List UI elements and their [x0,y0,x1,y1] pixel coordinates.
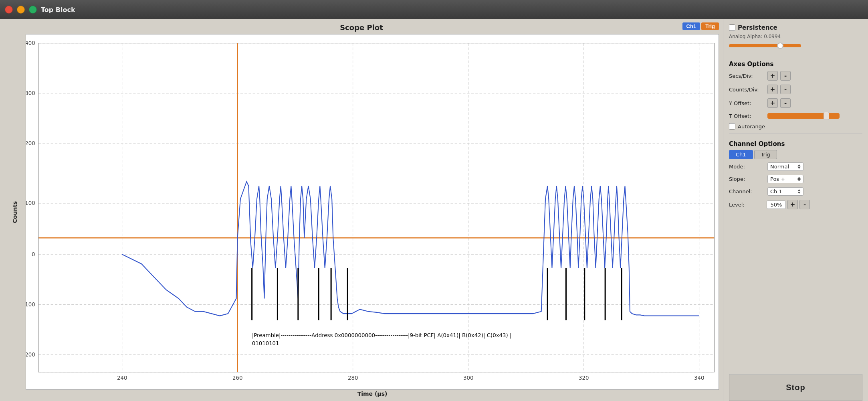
svg-text:400: 400 [26,40,35,46]
slope-row: Slope: Pos + [729,175,862,183]
mode-label: Mode: [729,164,765,170]
trig-tab[interactable]: Trig [754,150,777,159]
y-axis-label: Counts [12,201,18,223]
svg-text:280: 280 [348,375,358,381]
mode-row: Mode: Normal [729,162,862,171]
secs-div-minus[interactable]: - [780,71,791,81]
level-value: 50% [767,200,786,209]
secs-div-row: Secs/Div: + - [729,71,862,81]
close-button[interactable] [5,6,13,14]
counts-div-label: Counts/Div: [729,87,765,93]
y-offset-minus[interactable]: - [780,98,791,108]
legend-buttons: Ch1 Trig [682,22,719,30]
autorange-checkbox[interactable] [729,123,735,130]
counts-div-minus[interactable]: - [780,85,791,94]
scope-title: Scope Plot [340,23,383,32]
ch1-tab[interactable]: Ch1 [729,150,753,159]
secs-div-label: Secs/Div: [729,73,765,79]
autorange-row: Autorange [729,123,862,130]
x-axis-label: Time (μs) [357,391,388,397]
window-title: Top Block [41,6,75,14]
svg-text:-200: -200 [26,351,35,358]
channel-label: Channel: [729,188,765,194]
minimize-button[interactable] [17,6,25,14]
counts-div-plus[interactable]: + [767,85,778,94]
t-offset-row: T Offset: [729,112,862,120]
persistence-label: Persistence [738,24,777,31]
level-row: Level: 50% + - [729,200,862,209]
svg-text:-100: -100 [26,301,35,307]
svg-text:100: 100 [26,200,35,206]
svg-text:320: 320 [579,375,589,381]
channel-tabs: Ch1 Trig [729,150,862,159]
svg-text:240: 240 [117,375,127,381]
svg-text:0: 0 [32,251,35,257]
slope-dropdown[interactable]: Pos + [767,175,803,183]
persistence-checkbox[interactable] [729,24,735,31]
maximize-button[interactable] [29,6,37,14]
level-minus[interactable]: - [799,200,810,209]
t-offset-slider[interactable] [767,112,840,120]
analog-alpha-slider[interactable] [729,42,801,50]
svg-text:300: 300 [463,375,474,381]
autorange-label: Autorange [738,124,765,130]
svg-text:01010101: 01010101 [252,340,279,346]
level-plus[interactable]: + [787,200,798,209]
svg-text:340: 340 [694,375,704,381]
stop-button[interactable]: Stop [729,374,862,401]
channel-row: Channel: Ch 1 [729,187,862,196]
persistence-row: Persistence [729,24,862,31]
slope-label: Slope: [729,176,765,182]
svg-text:200: 200 [26,140,35,146]
channel-dropdown[interactable]: Ch 1 [767,187,803,196]
axes-options-title: Axes Options [729,61,862,68]
slope-dropdown-arrow [797,177,801,181]
mode-dropdown-arrow [797,164,801,169]
channel-options-title: Channel Options [729,140,862,148]
y-offset-row: Y Offset: + - [729,98,862,108]
analog-alpha-label: Analog Alpha: 0.0994 [729,34,862,39]
ch1-legend-button[interactable]: Ch1 [682,22,700,30]
counts-div-row: Counts/Div: + - [729,85,862,94]
main-content: Scope Plot Ch1 Trig Counts [0,19,868,401]
mode-dropdown[interactable]: Normal [767,162,803,171]
y-offset-label: Y Offset: [729,100,765,106]
titlebar: Top Block [0,0,868,19]
svg-text:|Preamble|----------------Addr: |Preamble|----------------Address 0x0000… [252,332,512,339]
plot-area: Scope Plot Ch1 Trig Counts [0,19,723,401]
slope-value: Pos + [770,176,785,182]
scope-canvas[interactable]: 400 300 200 100 0 -100 -200 240 260 280 … [26,34,719,390]
t-offset-label: T Offset: [729,113,765,119]
mode-value: Normal [770,164,789,170]
trig-legend-button[interactable]: Trig [701,22,719,30]
svg-text:260: 260 [232,375,243,381]
level-label: Level: [729,202,765,208]
svg-text:300: 300 [26,90,35,96]
scope-title-wrapper: Scope Plot Ch1 Trig [4,23,719,32]
channel-dropdown-arrow [797,189,801,194]
y-offset-plus[interactable]: + [767,98,778,108]
channel-value: Ch 1 [770,188,782,194]
secs-div-plus[interactable]: + [767,71,778,81]
sidebar: Persistence Analog Alpha: 0.0994 Axes Op… [723,19,868,401]
